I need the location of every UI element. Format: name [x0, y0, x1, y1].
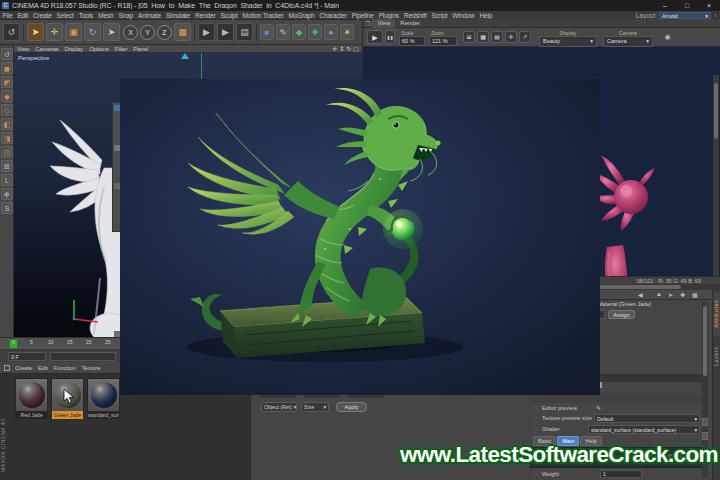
material-tile-red-jade[interactable]: Red Jade: [15, 378, 48, 418]
menu-pipeline[interactable]: Pipeline: [349, 12, 376, 19]
toggle-circle-icon[interactable]: ○: [534, 471, 537, 477]
edges-mode-icon[interactable]: ◧: [1, 118, 13, 130]
tab-view[interactable]: View: [372, 19, 395, 28]
menu-edit[interactable]: Edit: [15, 12, 31, 19]
viewport-rotate-icon[interactable]: ↻: [346, 45, 351, 52]
scale-field[interactable]: 60 %: [399, 36, 425, 46]
pointer-icon[interactable]: ➤: [668, 291, 673, 298]
model-mode-icon[interactable]: ◼: [1, 62, 13, 74]
pin-icon[interactable]: ✚: [680, 291, 685, 298]
menu-script[interactable]: Script: [429, 12, 450, 19]
camera-dropdown[interactable]: Camera ▾: [603, 36, 653, 47]
workplane-lock-icon[interactable]: ✜: [1, 188, 13, 200]
rotate-tool-icon[interactable]: ↻: [84, 23, 101, 41]
menu-select[interactable]: Select: [54, 12, 76, 19]
scroll-button-down[interactable]: [702, 432, 708, 440]
snapshot-camera-icon[interactable]: ◉: [661, 31, 674, 43]
apply-button[interactable]: Apply: [336, 402, 367, 412]
menu-mat-create[interactable]: Create: [12, 365, 35, 371]
popout-icon[interactable]: ↗: [519, 31, 531, 43]
viewport-label[interactable]: Perspective: [18, 55, 49, 61]
aov-grid-icon[interactable]: ▦: [477, 31, 489, 43]
layers-icon[interactable]: ▤: [491, 31, 503, 43]
menu-animate[interactable]: Animate: [136, 12, 164, 19]
pencil-icon[interactable]: ✎: [596, 404, 601, 411]
viewport-toggle-icon[interactable]: ▢: [353, 45, 359, 52]
viewport-menu-options[interactable]: Options: [86, 46, 112, 52]
shader-dropdown[interactable]: standard_surface (standard_surface) ▾: [588, 425, 700, 434]
close-button[interactable]: ×: [698, 0, 720, 11]
assign-button[interactable]: Assign: [608, 310, 635, 319]
display-dropdown[interactable]: Beauty ▾: [539, 36, 597, 47]
menu-mat-edit[interactable]: Edit: [35, 365, 51, 371]
snap-icon[interactable]: ⊞: [1, 160, 13, 172]
menu-motion-tracker[interactable]: Motion Tracker: [240, 12, 286, 19]
viewport-menu-panel[interactable]: Panel: [130, 46, 151, 52]
renderview-vertical-scrollbar[interactable]: [713, 75, 719, 276]
texture-mode-icon[interactable]: ◩: [1, 76, 13, 88]
menu-window[interactable]: Window: [450, 12, 477, 19]
menu-mograph[interactable]: MoGraph: [286, 12, 317, 19]
filter-grid-icon[interactable]: ▦: [692, 291, 698, 298]
tab-attributes[interactable]: Attributes: [713, 292, 720, 336]
z-axis-lock-button[interactable]: Z: [157, 25, 172, 40]
viewport-menu-filter[interactable]: Filter: [112, 46, 130, 52]
texture-preview-dropdown[interactable]: Default ▾: [594, 414, 700, 423]
last-tool-icon[interactable]: ➤: [103, 23, 120, 41]
pause-button[interactable]: ❚❚: [385, 30, 395, 44]
menu-redshift[interactable]: Redshift: [401, 12, 429, 19]
render-picture-viewer-icon[interactable]: ▶: [217, 23, 234, 41]
history-back-icon[interactable]: ◀: [638, 291, 643, 298]
points-mode-icon[interactable]: ◇: [1, 104, 13, 116]
coordinate-system-icon[interactable]: ▦: [174, 23, 191, 41]
scale-tool-icon[interactable]: ▣: [65, 23, 82, 41]
menu-mat-function[interactable]: Function: [51, 365, 79, 371]
axis-mode-icon[interactable]: L: [1, 174, 13, 186]
y-axis-lock-button[interactable]: Y: [140, 25, 155, 40]
menu-plugins[interactable]: Plugins: [376, 12, 401, 19]
region-render-icon[interactable]: ⊞: [463, 31, 475, 43]
toggle-circle-icon[interactable]: ○: [534, 415, 537, 421]
current-frame-field[interactable]: 0 F: [8, 352, 46, 361]
live-selection-icon[interactable]: ➤: [27, 23, 44, 41]
solo-mode-icon[interactable]: S: [1, 202, 13, 214]
simulate-icon[interactable]: ❖: [308, 24, 322, 40]
menu-mat-texture[interactable]: Texture: [79, 365, 104, 371]
layout-list-icon[interactable]: [713, 12, 718, 19]
spline-pen-icon[interactable]: ✎: [276, 24, 290, 40]
maximize-button[interactable]: □: [676, 0, 698, 11]
viewport-zoom-icon[interactable]: ⇕: [339, 45, 344, 52]
layout-dropdown[interactable]: Arnold ▾: [659, 12, 711, 19]
size-mode-dropdown[interactable]: Size ▾: [301, 402, 329, 412]
light-icon[interactable]: ☀: [340, 24, 354, 40]
toggle-circle-icon[interactable]: ○: [534, 426, 537, 432]
render-settings-icon[interactable]: ▤: [236, 23, 253, 41]
x-axis-lock-button[interactable]: X: [123, 25, 138, 40]
zoom-field[interactable]: 121 %: [429, 36, 457, 46]
minimize-button[interactable]: –: [654, 0, 676, 11]
polygons-mode-icon[interactable]: ◨: [1, 132, 13, 144]
move-tool-icon[interactable]: ✛: [46, 23, 63, 41]
deformer-icon[interactable]: ●: [324, 24, 338, 40]
menu-tools[interactable]: Tools: [76, 12, 95, 19]
up-arrow-icon[interactable]: ▲: [656, 291, 662, 297]
uv-mode-icon[interactable]: ◫: [1, 146, 13, 158]
viewport-menu-view[interactable]: View: [14, 46, 32, 52]
menu-sculpt[interactable]: Sculpt: [218, 12, 240, 19]
mograph-icon[interactable]: ◆: [292, 24, 306, 40]
viewport-pan-icon[interactable]: ✛: [332, 45, 337, 52]
crosshair-icon[interactable]: ✛: [505, 31, 517, 43]
menu-help[interactable]: Help: [477, 12, 495, 19]
object-mode-dropdown[interactable]: Object (Rel) ▾: [261, 402, 297, 412]
weight-field[interactable]: 1: [600, 470, 642, 478]
material-tile-standard-surface[interactable]: standard_surface: [87, 378, 120, 418]
menu-create[interactable]: Create: [30, 12, 54, 19]
scroll-button-up[interactable]: [702, 418, 708, 426]
render-view-icon[interactable]: ▶: [198, 23, 215, 41]
menu-mesh[interactable]: Mesh: [96, 12, 116, 19]
menu-character[interactable]: Character: [317, 12, 349, 19]
frame-range-field[interactable]: [50, 352, 116, 361]
menu-render[interactable]: Render: [193, 12, 218, 19]
undo-icon[interactable]: ↺: [3, 23, 20, 41]
primitive-cube-icon[interactable]: ■: [260, 24, 274, 40]
